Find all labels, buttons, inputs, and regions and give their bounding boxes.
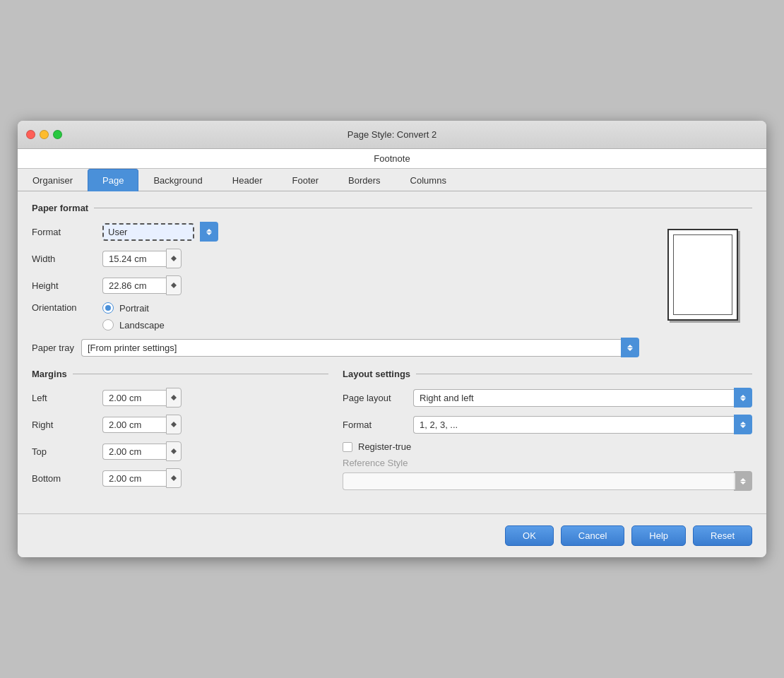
paper-tray-label: Paper tray bbox=[32, 343, 74, 353]
margins-title: Margins bbox=[32, 369, 328, 379]
format-spinner-down[interactable] bbox=[206, 232, 212, 235]
register-true-label: Register-true bbox=[358, 441, 411, 452]
margin-top-spinner[interactable] bbox=[166, 441, 182, 461]
reference-style-wrapper bbox=[343, 471, 752, 491]
height-spinner-wrapper bbox=[102, 275, 182, 295]
margin-bottom-row: Bottom bbox=[32, 468, 328, 488]
format-label: Format bbox=[32, 227, 95, 237]
margin-top-input[interactable] bbox=[102, 444, 166, 460]
paper-tray-spinner-up[interactable] bbox=[627, 345, 633, 347]
margins-section: Margins Left Right bbox=[32, 369, 328, 495]
traffic-lights bbox=[26, 130, 62, 139]
maximize-button[interactable] bbox=[53, 130, 62, 139]
close-button[interactable] bbox=[26, 130, 35, 139]
portrait-radio[interactable] bbox=[102, 302, 114, 314]
bottom-section: Margins Left Right bbox=[32, 369, 752, 495]
margin-left-label: Left bbox=[32, 393, 95, 403]
paper-format-section: Paper format bbox=[32, 203, 752, 213]
minimize-button[interactable] bbox=[40, 130, 49, 139]
margin-right-label: Right bbox=[32, 420, 95, 430]
paper-format-left: Format User Width bbox=[32, 222, 639, 357]
tab-background[interactable]: Background bbox=[138, 169, 217, 191]
portrait-radio-dot bbox=[105, 305, 111, 311]
page-layout-select[interactable]: Right and left bbox=[413, 389, 735, 407]
width-spinner[interactable] bbox=[166, 249, 182, 268]
margin-bottom-wrapper bbox=[102, 468, 182, 488]
reference-style-label: Reference Style bbox=[343, 458, 752, 468]
ok-button[interactable]: OK bbox=[505, 525, 554, 546]
margin-right-input[interactable] bbox=[102, 417, 166, 433]
orientation-radio-group: Portrait Landscape bbox=[102, 302, 165, 331]
margin-right-row: Right bbox=[32, 415, 328, 434]
height-spinner[interactable] bbox=[166, 275, 182, 295]
margin-left-input[interactable] bbox=[102, 390, 166, 406]
paper-tray-spinner-down[interactable] bbox=[627, 348, 633, 351]
width-spinner-down[interactable] bbox=[171, 258, 177, 261]
layout-format-select[interactable]: 1, 2, 3, ... bbox=[413, 416, 735, 434]
margin-bottom-input[interactable] bbox=[102, 470, 166, 487]
reset-button[interactable]: Reset bbox=[693, 525, 752, 546]
orientation-label: Orientation bbox=[32, 302, 95, 313]
paper-tray-spinner[interactable] bbox=[621, 338, 639, 357]
format-spinner[interactable] bbox=[200, 222, 218, 242]
page-layout-row: Page layout Right and left bbox=[343, 388, 752, 408]
bottom-bar: OK Cancel Help Reset bbox=[18, 513, 766, 557]
layout-format-label: Format bbox=[343, 420, 406, 430]
subtitle-bar: Footnote bbox=[18, 149, 766, 169]
layout-format-spinner[interactable] bbox=[734, 415, 752, 434]
width-input[interactable] bbox=[102, 251, 166, 267]
layout-format-row: Format 1, 2, 3, ... bbox=[343, 415, 752, 434]
layout-settings-section: Layout settings Page layout Right and le… bbox=[343, 369, 752, 495]
orientation-row: Orientation Portrait Landscape bbox=[32, 302, 639, 331]
reference-style-select[interactable] bbox=[343, 472, 735, 490]
margin-top-label: Top bbox=[32, 446, 95, 457]
margin-left-wrapper bbox=[102, 388, 182, 408]
margin-right-wrapper bbox=[102, 415, 182, 434]
height-input[interactable] bbox=[102, 278, 166, 294]
page-layout-wrapper: Right and left bbox=[413, 388, 752, 408]
page-layout-label: Page layout bbox=[343, 393, 406, 403]
tab-columns[interactable]: Columns bbox=[396, 169, 461, 191]
landscape-radio[interactable] bbox=[102, 319, 114, 331]
layout-settings-title: Layout settings bbox=[343, 369, 752, 379]
margin-bottom-label: Bottom bbox=[32, 473, 95, 484]
height-spinner-down[interactable] bbox=[171, 285, 177, 288]
paper-tray-row: Paper tray [From printer settings] bbox=[32, 338, 639, 357]
format-select-wrapper: User bbox=[102, 223, 194, 241]
landscape-radio-row[interactable]: Landscape bbox=[102, 319, 165, 331]
tab-organiser[interactable]: Organiser bbox=[18, 169, 88, 191]
window-title: Page Style: Convert 2 bbox=[348, 129, 436, 140]
landscape-label: Landscape bbox=[119, 320, 165, 331]
width-label: Width bbox=[32, 254, 95, 264]
page-layout-spinner[interactable] bbox=[734, 388, 752, 408]
format-select[interactable]: User bbox=[102, 223, 194, 241]
format-row: Format User bbox=[32, 222, 639, 242]
register-true-row[interactable]: Register-true bbox=[343, 441, 752, 452]
paper-tray-wrapper: [From printer settings] bbox=[81, 338, 639, 357]
margin-bottom-spinner[interactable] bbox=[166, 468, 182, 488]
width-spinner-wrapper bbox=[102, 249, 182, 268]
help-button[interactable]: Help bbox=[631, 525, 686, 546]
tab-bar: Organiser Page Background Header Footer … bbox=[18, 169, 766, 191]
tab-page[interactable]: Page bbox=[88, 169, 138, 191]
tab-borders[interactable]: Borders bbox=[333, 169, 396, 191]
main-content: Paper format Format User bbox=[18, 191, 766, 506]
titlebar: Page Style: Convert 2 bbox=[18, 121, 766, 149]
cancel-button[interactable]: Cancel bbox=[561, 525, 624, 546]
window: Page Style: Convert 2 Footnote Organiser… bbox=[18, 121, 766, 557]
tab-header[interactable]: Header bbox=[218, 169, 278, 191]
format-spinner-up[interactable] bbox=[206, 229, 212, 232]
portrait-label: Portrait bbox=[119, 303, 149, 314]
margin-left-row: Left bbox=[32, 388, 328, 408]
reference-style-spinner[interactable] bbox=[734, 471, 752, 491]
height-row: Height bbox=[32, 275, 639, 295]
portrait-radio-row[interactable]: Portrait bbox=[102, 302, 165, 314]
margin-right-spinner[interactable] bbox=[166, 415, 182, 434]
page-preview-panel bbox=[653, 222, 752, 357]
page-preview bbox=[667, 229, 738, 321]
tab-footer[interactable]: Footer bbox=[277, 169, 333, 191]
paper-tray-select[interactable]: [From printer settings] bbox=[81, 339, 622, 357]
margin-left-spinner[interactable] bbox=[166, 388, 182, 408]
register-true-checkbox[interactable] bbox=[343, 442, 352, 452]
paper-format-layout: Format User Width bbox=[32, 222, 752, 357]
